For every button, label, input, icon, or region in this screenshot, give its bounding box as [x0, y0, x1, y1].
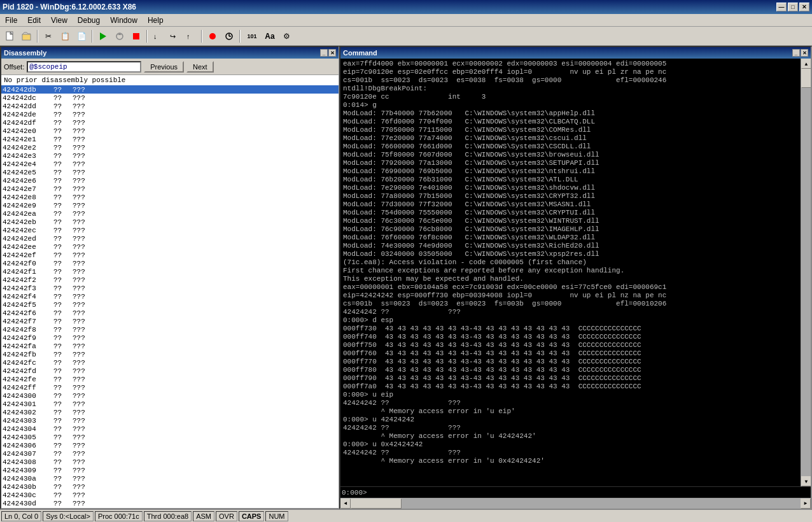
disasm-row[interactable]: 424242eb ?? ???: [1, 218, 339, 226]
disasm-row[interactable]: 42424300 ?? ???: [1, 392, 339, 400]
toolbar-stepout[interactable]: ↑: [183, 29, 199, 43]
cmd-vscrollbar[interactable]: ▲ ▼: [801, 59, 811, 486]
toolbar-restart[interactable]: [112, 29, 127, 43]
disasm-row[interactable]: 4242430d ?? ???: [1, 499, 339, 507]
disasm-row[interactable]: 424242ef ?? ???: [1, 251, 339, 259]
disasm-row[interactable]: 424242de ?? ???: [1, 110, 339, 118]
toolbar-source[interactable]: 101: [243, 29, 261, 43]
disasm-row[interactable]: 424242e6 ?? ???: [1, 176, 339, 185]
disasm-row[interactable]: 42424306 ?? ???: [1, 441, 339, 449]
disasm-row[interactable]: 4242430c ?? ???: [1, 491, 339, 499]
toolbar-settings[interactable]: ⚙: [279, 29, 294, 43]
disasm-row[interactable]: 424242f6 ?? ???: [1, 309, 339, 317]
disasm-row[interactable]: 42424302 ?? ???: [1, 408, 339, 416]
toolbar-run[interactable]: [95, 29, 111, 43]
next-button[interactable]: Next: [186, 61, 214, 73]
vscroll-down-btn[interactable]: ▼: [801, 476, 811, 486]
disasm-row[interactable]: 42424303 ?? ???: [1, 416, 339, 425]
hscroll-track[interactable]: [351, 498, 801, 509]
menu-view[interactable]: View: [46, 15, 73, 26]
cmd-line: ModLoad: 76f60000 76f8c000 C:\WINDOWS\sy…: [343, 234, 798, 242]
disasm-bytes: ??: [53, 260, 73, 267]
hscroll-right-btn[interactable]: ►: [801, 498, 811, 509]
toolbar-breakpoint[interactable]: [205, 29, 220, 43]
disasm-row[interactable]: 42424308 ?? ???: [1, 458, 339, 466]
disasm-row[interactable]: 424242e7 ?? ???: [1, 185, 339, 193]
disasm-row[interactable]: 424242fe ?? ???: [1, 375, 339, 383]
disasm-row[interactable]: 424242f9 ?? ???: [1, 334, 339, 342]
toolbar-new[interactable]: [3, 29, 18, 43]
previous-button[interactable]: Previous: [144, 61, 184, 73]
disasm-row[interactable]: 42424305 ?? ???: [1, 433, 339, 441]
disasm-row[interactable]: 424242e0 ?? ???: [1, 127, 339, 135]
disasm-row[interactable]: 424242e5 ?? ???: [1, 168, 339, 176]
disasm-row[interactable]: 42424309 ?? ???: [1, 466, 339, 474]
disasm-row[interactable]: 42424307 ?? ???: [1, 449, 339, 458]
cmd-minimize-btn[interactable]: _: [792, 49, 800, 57]
disasm-row[interactable]: 424242e2 ?? ???: [1, 143, 339, 152]
disasm-row[interactable]: 424242ff ?? ???: [1, 383, 339, 392]
disasm-row[interactable]: 424242f3 ?? ???: [1, 284, 339, 292]
disasm-row[interactable]: 424242f1 ?? ???: [1, 267, 339, 276]
disasm-row[interactable]: 424242ed ?? ???: [1, 234, 339, 243]
maximize-button[interactable]: □: [788, 3, 798, 11]
menu-debug[interactable]: Debug: [73, 15, 105, 26]
menu-edit[interactable]: Edit: [22, 15, 46, 26]
disasm-row[interactable]: 424242e1 ?? ???: [1, 135, 339, 143]
disasm-row[interactable]: 424242f2 ?? ???: [1, 276, 339, 284]
vscroll-up-btn[interactable]: ▲: [801, 59, 811, 69]
disasm-row[interactable]: 424242f5 ?? ???: [1, 300, 339, 309]
offset-input[interactable]: [27, 61, 141, 73]
toolbar-font[interactable]: Aa: [262, 29, 277, 43]
cmd-close-btn[interactable]: ✕: [801, 49, 808, 57]
disasm-close-btn[interactable]: ✕: [328, 49, 336, 57]
disasm-row[interactable]: 424242dc ?? ???: [1, 94, 339, 102]
disasm-row[interactable]: 424242fd ?? ???: [1, 367, 339, 375]
disasm-row[interactable]: 42424301 ?? ???: [1, 400, 339, 408]
menu-file[interactable]: File: [0, 15, 22, 26]
toolbar-open[interactable]: [19, 29, 34, 43]
disasm-row[interactable]: 424242f4 ?? ???: [1, 292, 339, 300]
disasm-row[interactable]: 424242df ?? ???: [1, 118, 339, 127]
vscroll-thumb[interactable]: [801, 69, 811, 88]
disasm-content[interactable]: No prior disassembly possible 424242db ?…: [1, 75, 339, 508]
toolbar-stepinto[interactable]: ↓: [150, 29, 165, 43]
disasm-row[interactable]: 424242f7 ?? ???: [1, 317, 339, 325]
disasm-bytes: ??: [53, 376, 73, 383]
disasm-row[interactable]: 424242e4 ?? ???: [1, 160, 339, 168]
cmd-input-field[interactable]: [371, 489, 809, 497]
toolbar-stop[interactable]: [129, 29, 144, 43]
toolbar-cut[interactable]: ✂: [41, 29, 56, 43]
disasm-row[interactable]: 424242dd ?? ???: [1, 102, 339, 110]
status-ln-col: Ln 0, Col 0: [1, 511, 41, 521]
toolbar-copy[interactable]: 📋: [57, 29, 73, 43]
menu-window[interactable]: Window: [105, 15, 143, 26]
disasm-row[interactable]: 424242ea ?? ???: [1, 209, 339, 218]
hscroll-thumb[interactable]: [351, 498, 402, 509]
disasm-row[interactable]: 4242430b ?? ???: [1, 483, 339, 491]
close-button[interactable]: ✕: [799, 3, 809, 11]
menu-help[interactable]: Help: [143, 15, 169, 26]
disasm-row[interactable]: 424242f8 ?? ???: [1, 325, 339, 334]
disasm-row[interactable]: 424242db ?? ???: [1, 85, 339, 94]
toolbar-stepover[interactable]: ↪: [167, 29, 182, 43]
disasm-minimize-btn[interactable]: _: [320, 49, 328, 57]
disasm-row[interactable]: 424242fc ?? ???: [1, 358, 339, 367]
hscroll-left-btn[interactable]: ◄: [340, 498, 351, 509]
disasm-row[interactable]: 42424304 ?? ???: [1, 425, 339, 433]
minimize-button[interactable]: —: [776, 3, 787, 11]
toolbar-watch[interactable]: [221, 29, 237, 43]
disasm-row[interactable]: 424242ee ?? ???: [1, 243, 339, 251]
disasm-row[interactable]: 424242e9 ?? ???: [1, 201, 339, 209]
disasm-row[interactable]: 424242e8 ?? ???: [1, 193, 339, 201]
disasm-row[interactable]: 424242e3 ?? ???: [1, 152, 339, 160]
disasm-addr: 42424304: [3, 425, 53, 433]
cmd-hscrollbar[interactable]: ◄ ►: [340, 498, 811, 508]
disasm-row[interactable]: 424242f0 ?? ???: [1, 259, 339, 267]
disasm-row[interactable]: 424242ec ?? ???: [1, 226, 339, 234]
disasm-row[interactable]: 424242fa ?? ???: [1, 342, 339, 350]
vscroll-track[interactable]: [801, 69, 811, 476]
toolbar-paste[interactable]: 📄: [74, 29, 89, 43]
disasm-row[interactable]: 424242fb ?? ???: [1, 350, 339, 358]
disasm-row[interactable]: 4242430a ?? ???: [1, 474, 339, 483]
